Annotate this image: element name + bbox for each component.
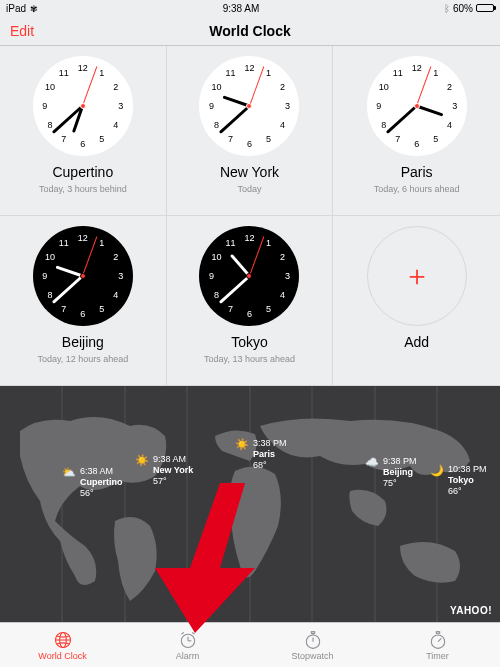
stopwatch-icon [303, 630, 323, 650]
tab-label: Stopwatch [291, 651, 333, 661]
tab-stopwatch[interactable]: Stopwatch [250, 623, 375, 667]
tab-world-clock[interactable]: World Clock [0, 623, 125, 667]
tab-bar: World Clock Alarm Stopwatch Timer [0, 622, 500, 667]
map-city-label[interactable]: ☀️3:38 PMParis68° [235, 438, 287, 470]
clock-face: 123456789101112 [367, 56, 467, 156]
map-city-label[interactable]: ⛅6:38 AMCupertino56° [62, 466, 123, 498]
city-name: Beijing [62, 334, 104, 350]
map-city-label[interactable]: 🌙10:38 PMTokyo66° [430, 464, 487, 496]
svg-rect-18 [311, 631, 314, 633]
clock-face: 123456789101112 [199, 56, 299, 156]
weather-icon: ⛅ [62, 466, 76, 479]
timer-icon [428, 630, 448, 650]
add-circle: ＋ [367, 226, 467, 326]
device-label: iPad [6, 3, 26, 14]
page-title: World Clock [209, 23, 290, 39]
city-name: Tokyo [231, 334, 268, 350]
weather-icon: ☀️ [235, 438, 249, 451]
weather-icon: ☀️ [135, 454, 149, 467]
svg-line-21 [438, 638, 441, 641]
status-time: 9:38 AM [223, 3, 260, 14]
edit-button[interactable]: Edit [10, 23, 34, 39]
clock-face: 123456789101112 [33, 56, 133, 156]
weather-icon: 🌙 [430, 464, 444, 477]
tab-timer[interactable]: Timer [375, 623, 500, 667]
map-background [0, 386, 500, 622]
tab-label: World Clock [38, 651, 86, 661]
clock-cell[interactable]: 123456789101112CupertinoToday, 3 hours b… [0, 46, 167, 216]
nav-bar: Edit World Clock [0, 16, 500, 46]
add-clock-button[interactable]: ＋Add [333, 216, 500, 386]
tab-label: Alarm [176, 651, 200, 661]
city-name: Cupertino [52, 164, 113, 180]
battery-percent: 60% [453, 3, 473, 14]
bluetooth-icon [444, 3, 450, 14]
world-map[interactable]: ⛅6:38 AMCupertino56°☀️9:38 AMNew York57°… [0, 386, 500, 622]
tab-label: Timer [426, 651, 449, 661]
clock-cell[interactable]: 123456789101112ParisToday, 6 hours ahead [333, 46, 500, 216]
status-bar: iPad 9:38 AM 60% [0, 0, 500, 16]
clock-face: 123456789101112 [199, 226, 299, 326]
wifi-icon [30, 3, 38, 14]
globe-icon [53, 630, 73, 650]
map-city-label[interactable]: ☁️9:38 PMBeijing75° [365, 456, 417, 488]
clock-cell[interactable]: 123456789101112New YorkToday [167, 46, 334, 216]
city-subtitle: Today, 3 hours behind [39, 184, 127, 194]
city-subtitle: Today, 6 hours ahead [374, 184, 460, 194]
add-label: Add [404, 334, 429, 350]
svg-line-15 [192, 632, 195, 634]
weather-icon: ☁️ [365, 456, 379, 469]
clock-grid: 123456789101112CupertinoToday, 3 hours b… [0, 46, 500, 386]
clock-face: 123456789101112 [33, 226, 133, 326]
map-city-label[interactable]: ☀️9:38 AMNew York57° [135, 454, 193, 486]
battery-icon [476, 4, 494, 12]
svg-rect-22 [436, 631, 439, 633]
city-subtitle: Today, 12 hours ahead [37, 354, 128, 364]
alarm-clock-icon [178, 630, 198, 650]
clock-cell[interactable]: 123456789101112BeijingToday, 12 hours ah… [0, 216, 167, 386]
yahoo-attribution: YAHOO! [450, 605, 492, 616]
svg-line-14 [181, 632, 184, 634]
city-subtitle: Today, 13 hours ahead [204, 354, 295, 364]
tab-alarm[interactable]: Alarm [125, 623, 250, 667]
city-subtitle: Today [237, 184, 261, 194]
city-name: New York [220, 164, 279, 180]
plus-icon: ＋ [403, 257, 431, 295]
city-name: Paris [401, 164, 433, 180]
clock-cell[interactable]: 123456789101112TokyoToday, 13 hours ahea… [167, 216, 334, 386]
